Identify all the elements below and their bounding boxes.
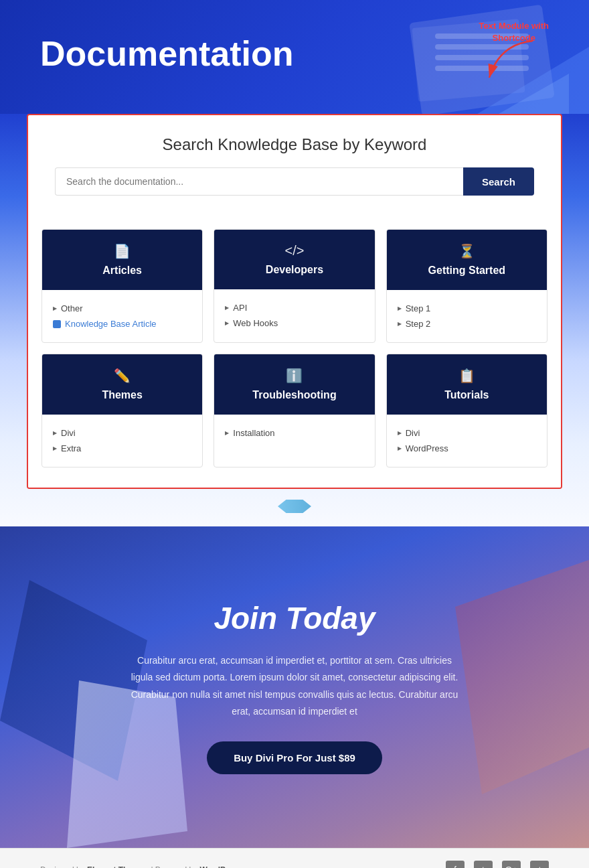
search-input[interactable] — [55, 167, 463, 196]
kb-card-header-troubleshooting[interactable]: ℹ️Troubleshooting — [214, 354, 374, 415]
footer-wordpress-link[interactable]: WordPress — [200, 865, 242, 868]
search-section: Search Knowledge Base by Keyword Search — [28, 115, 561, 216]
join-section: Join Today Curabitur arcu erat, accumsan… — [0, 526, 589, 848]
getting-started-title: Getting Started — [428, 265, 506, 277]
page-title: Documentation — [40, 33, 549, 74]
tutorials-title: Tutorials — [444, 389, 489, 401]
join-cta-button[interactable]: Buy Divi Pro For Just $89 — [207, 741, 382, 774]
list-item[interactable]: Other — [53, 301, 191, 316]
kb-card-header-getting-started[interactable]: ⏳Getting Started — [387, 230, 547, 290]
kb-card-body-developers: APIWeb Hooks — [214, 289, 374, 342]
list-item[interactable]: API — [225, 300, 363, 315]
rss-icon[interactable]: ★ — [530, 861, 549, 868]
kb-card-troubleshooting: ℹ️TroubleshootingInstallation — [214, 354, 375, 467]
site-footer: Designed by Elegant Themes | Powered by … — [0, 848, 589, 868]
list-item[interactable]: Extra — [53, 441, 191, 456]
kb-grid-section: 📄ArticlesOtherKnowledge Base Article</>D… — [28, 216, 561, 488]
themes-icon: ✏️ — [114, 368, 131, 384]
deco-diamond — [278, 500, 311, 513]
footer-credits: Designed by Elegant Themes | Powered by … — [40, 865, 242, 868]
list-item[interactable]: Installation — [225, 425, 363, 441]
kb-card-developers: </>DevelopersAPIWeb Hooks — [214, 229, 375, 343]
developers-icon: </> — [285, 243, 305, 259]
troubleshooting-title: Troubleshooting — [252, 389, 336, 401]
kb-card-articles: 📄ArticlesOtherKnowledge Base Article — [41, 229, 203, 343]
facebook-icon[interactable]: f — [446, 861, 465, 868]
googleplus-icon[interactable]: G+ — [502, 861, 521, 868]
deco-shape-right — [455, 560, 589, 794]
kb-card-header-articles[interactable]: 📄Articles — [42, 230, 202, 290]
list-item[interactable]: Divi — [53, 425, 191, 441]
kb-card-body-getting-started: Step 1Step 2 — [387, 290, 547, 342]
kb-card-themes: ✏️ThemesDiviExtra — [41, 354, 203, 467]
twitter-icon[interactable]: t — [474, 861, 493, 868]
kb-card-tutorials: 📋TutorialsDiviWordPress — [386, 354, 548, 467]
footer-elegant-themes-link[interactable]: Elegant Themes — [87, 865, 149, 868]
annotation-callout: Text Module with Shortcode — [479, 20, 549, 44]
kb-card-body-themes: DiviExtra — [42, 415, 202, 467]
kb-card-body-tutorials: DiviWordPress — [387, 415, 547, 467]
knowledge-base-widget: Search Knowledge Base by Keyword Search … — [27, 114, 562, 489]
list-item[interactable]: Divi — [398, 425, 536, 441]
kb-card-grid: 📄ArticlesOtherKnowledge Base Article</>D… — [41, 229, 548, 467]
search-form: Search — [55, 167, 534, 196]
kb-card-header-developers[interactable]: </>Developers — [214, 230, 374, 289]
getting-started-icon: ⏳ — [458, 243, 475, 259]
articles-icon: 📄 — [114, 243, 131, 259]
annotation-arrow-icon — [486, 38, 539, 84]
developers-title: Developers — [266, 264, 323, 276]
main-content-section: Search Knowledge Base by Keyword Search … — [0, 114, 589, 526]
search-title: Search Knowledge Base by Keyword — [55, 135, 534, 154]
list-item[interactable]: Knowledge Base Article — [53, 316, 191, 332]
join-title: Join Today — [214, 600, 375, 636]
kb-card-body-articles: OtherKnowledge Base Article — [42, 290, 202, 342]
join-body-text: Curabitur arcu erat, accumsan id imperdi… — [127, 652, 462, 720]
articles-title: Articles — [102, 265, 142, 277]
troubleshooting-icon: ℹ️ — [286, 368, 303, 384]
search-button[interactable]: Search — [463, 167, 534, 196]
header-section: Text Module with Shortcode Documentation — [0, 0, 589, 127]
footer-social-icons: f t G+ ★ — [446, 861, 549, 868]
tutorials-icon: 📋 — [458, 368, 475, 384]
themes-title: Themes — [102, 389, 142, 401]
list-item[interactable]: Step 1 — [398, 301, 536, 316]
footer-separator: | Powered by — [149, 865, 200, 868]
kb-card-body-troubleshooting: Installation — [214, 415, 374, 451]
kb-card-header-tutorials[interactable]: 📋Tutorials — [387, 354, 547, 415]
kb-card-header-themes[interactable]: ✏️Themes — [42, 354, 202, 415]
list-item[interactable]: WordPress — [398, 441, 536, 456]
footer-designed-by: Designed by — [40, 865, 87, 868]
list-item[interactable]: Step 2 — [398, 316, 536, 332]
kb-card-getting-started: ⏳Getting StartedStep 1Step 2 — [386, 229, 548, 343]
list-item[interactable]: Web Hooks — [225, 315, 363, 331]
